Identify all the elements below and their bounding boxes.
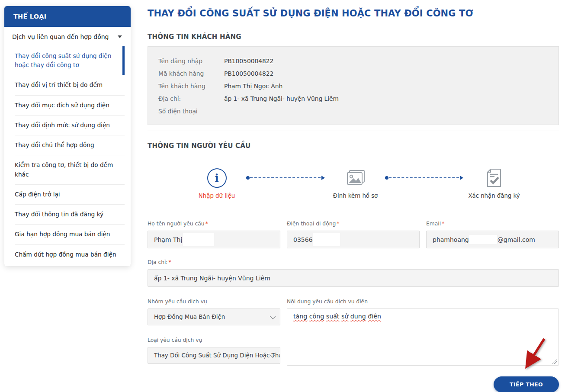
info-row-customer-code: Mã khách hàng PB10050004822 <box>158 67 548 80</box>
step-label: Đính kèm hồ sơ <box>333 193 378 199</box>
form-actions: TIẾP THEO <box>148 376 559 392</box>
resize-grip[interactable] <box>552 359 557 364</box>
sidebar-title: THỂ LOẠI <box>4 6 131 27</box>
stepper-connector <box>245 168 327 188</box>
sidebar-item-change-contract-owner[interactable]: Thay đổi chủ thể hợp đồng <box>15 135 125 155</box>
info-value: PB10050004822 <box>224 67 273 80</box>
sidebar-item-change-usage-purpose[interactable]: Thay đổi mục đích sử dụng điện <box>15 96 125 116</box>
info-label: Mã khách hàng <box>158 67 224 80</box>
email-input[interactable]: phamhoang @gmail.com <box>426 231 559 248</box>
info-value: PB10050004822 <box>224 55 273 67</box>
caret-down-icon <box>118 35 122 38</box>
required-asterisk: * <box>442 221 444 227</box>
image-icon <box>346 170 366 186</box>
service-request-page: { "colors": { "primary_blue": "#1b4f9e",… <box>0 0 581 392</box>
field-label: Email* <box>426 221 559 227</box>
request-group-select[interactable]: Hợp Đồng Mua Bán Điện <box>148 308 280 325</box>
field-request-address: Địa chỉ:* ấp 1- xã Trung Ngãi- huyện Vũn… <box>148 259 559 287</box>
sidebar-item-check-meter[interactable]: Kiểm tra công tơ, thiết bị đo đếm khác <box>15 155 125 184</box>
step-enter-data: i Nhập dữ liệu <box>189 168 245 199</box>
info-label: Tên khách hàng <box>158 80 224 93</box>
required-asterisk: * <box>205 221 208 227</box>
required-asterisk: * <box>169 259 171 265</box>
service-request-row: Nhóm yêu cầu dịch vụ Hợp Đồng Mua Bán Đi… <box>148 299 559 366</box>
customer-info-panel: Tên đăng nhập PB10050004822 Mã khách hàn… <box>148 46 559 125</box>
sidebar-item-extend-contract[interactable]: Gia hạn hợp đồng mua bán điện <box>15 225 125 244</box>
info-row-username: Tên đăng nhập PB10050004822 <box>158 55 548 67</box>
step-label: Nhập dữ liệu <box>199 193 235 199</box>
mobile-phone-input[interactable]: 03566 <box>287 231 420 248</box>
request-address-input[interactable]: ấp 1- xã Trung Ngãi- huyện Vũng Liêm <box>148 269 559 287</box>
service-request-left-column: Nhóm yêu cầu dịch vụ Hợp Đồng Mua Bán Đi… <box>148 299 280 366</box>
info-value: Phạm Thị Ngọc Ánh <box>224 80 282 93</box>
chevron-down-icon <box>270 314 276 319</box>
info-row-phone: Số điện thoại <box>158 105 548 118</box>
step-confirm-registration: Xác nhận đăng ký <box>466 168 522 199</box>
required-asterisk: * <box>337 221 339 227</box>
info-row-customer-name: Tên khách hàng Phạm Thị Ngọc Ánh <box>158 80 548 93</box>
sidebar-menu: Thay đổi công suất sử dụng điện hoặc tha… <box>4 46 131 264</box>
progress-stepper: i Nhập dữ liệu Đính kèm hồ sơ <box>148 168 559 199</box>
field-requester-name: Họ tên người yêu cầu* Phạm Thị <box>148 221 280 248</box>
requester-form-row: Họ tên người yêu cầu* Phạm Thị Điện thoạ… <box>148 221 559 248</box>
request-content-textarea[interactable]: tăng công suất sử dung điên <box>287 308 559 366</box>
info-value: ấp 1- xã Trung Ngãi- huyện Vũng Liêm <box>224 93 339 105</box>
info-icon: i <box>207 168 227 188</box>
section-divider <box>148 131 559 131</box>
requester-name-input[interactable]: Phạm Thị <box>148 231 280 248</box>
step-label: Xác nhận đăng ký <box>468 193 520 199</box>
requester-info-heading: THÔNG TIN NGƯỜI YÊU CẦU <box>148 142 559 150</box>
field-email: Email* phamhoang @gmail.com <box>426 221 559 248</box>
page-title: THAY ĐỔI CÔNG SUẤT SỬ DỤNG ĐIỆN HOẶC THA… <box>148 8 559 19</box>
field-label: Loại yêu cầu dịch vụ <box>148 337 280 343</box>
sidebar-group-contract-services[interactable]: Dịch vụ liên quan đến hợp đồng <box>5 27 130 46</box>
info-label: Địa chỉ: <box>158 93 224 105</box>
next-button[interactable]: TIẾP THEO <box>494 376 559 392</box>
field-label: Nhóm yêu cầu dịch vụ <box>148 299 280 305</box>
field-label: Địa chỉ:* <box>148 259 559 265</box>
sidebar-item-restore-power[interactable]: Cấp điện trở lại <box>15 185 125 205</box>
info-label: Số điện thoại <box>158 105 224 118</box>
stepper-connector <box>384 168 466 188</box>
sidebar-group-label: Dịch vụ liên quan đến hợp đồng <box>12 33 109 40</box>
step-attach-documents: Đính kèm hồ sơ <box>327 168 384 199</box>
field-label: Nội dung yêu cầu dịch vụ điện <box>287 299 559 305</box>
service-request-right-column: Nội dung yêu cầu dịch vụ điện tăng công … <box>287 299 559 366</box>
category-sidebar: THỂ LOẠI Dịch vụ liên quan đến hợp đồng … <box>4 6 131 266</box>
main-content: THAY ĐỔI CÔNG SUẤT SỬ DỤNG ĐIỆN HOẶC THA… <box>148 0 559 392</box>
info-label: Tên đăng nhập <box>158 55 224 67</box>
info-row-address: Địa chỉ: ấp 1- xã Trung Ngãi- huyện Vũng… <box>158 93 548 105</box>
redaction-box <box>469 235 497 244</box>
redaction-box <box>183 233 214 246</box>
document-check-icon <box>486 168 502 187</box>
field-mobile-phone: Điện thoại di động* 03566 <box>287 221 420 248</box>
customer-info-heading: THÔNG TIN KHÁCH HÀNG <box>148 33 559 41</box>
request-type-select[interactable]: Thay Đổi Công Suất Sử Dụng Điện Hoặc Tha… <box>148 347 280 364</box>
sidebar-item-change-meter-location[interactable]: Thay đổi vị trí thiết bị đo đếm <box>15 75 125 95</box>
field-label: Điện thoại di động* <box>287 221 420 227</box>
field-label: Họ tên người yêu cầu* <box>148 221 280 227</box>
redaction-box <box>313 233 340 246</box>
sidebar-item-change-usage-quota[interactable]: Thay đổi định mức sử dụng điện <box>15 116 125 135</box>
sidebar-item-change-capacity[interactable]: Thay đổi công suất sử dụng điện hoặc tha… <box>15 46 125 75</box>
sidebar-item-terminate-contract[interactable]: Chấm dứt hợp đồng mua bán điện <box>15 245 125 264</box>
sidebar-item-change-registered-info[interactable]: Thay đổi thông tin đã đăng ký <box>15 205 125 225</box>
